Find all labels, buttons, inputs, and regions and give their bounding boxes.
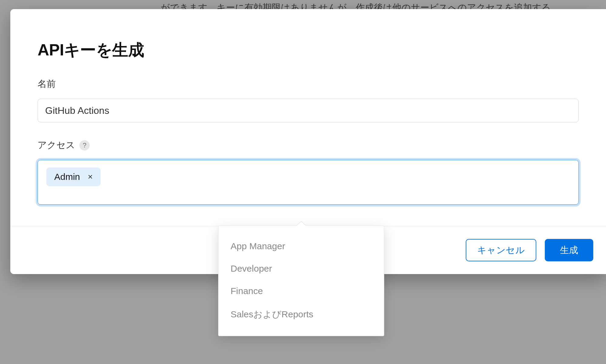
modal-title: APIキーを生成	[38, 39, 579, 61]
help-icon[interactable]: ?	[79, 140, 90, 151]
access-dropdown-list: App Manager Developer Finance SalesおよびRe…	[218, 226, 384, 336]
remove-tag-icon[interactable]: ×	[87, 173, 94, 180]
access-field-group: アクセス ? Admin ×	[38, 139, 579, 205]
access-tag-admin: Admin ×	[46, 167, 101, 186]
dropdown-item-finance[interactable]: Finance	[218, 280, 384, 302]
dropdown-item-developer[interactable]: Developer	[218, 257, 384, 280]
access-tag-label: Admin	[54, 172, 80, 182]
dropdown-item-app-manager[interactable]: App Manager	[218, 235, 384, 257]
access-field-label-row: アクセス ?	[38, 139, 579, 151]
cancel-button[interactable]: キャンセル	[466, 239, 537, 261]
dropdown-item-sales-reports[interactable]: SalesおよびReports	[218, 302, 384, 327]
modal-body: APIキーを生成 名前 アクセス ? Admin ×	[10, 9, 606, 226]
name-field-group: 名前	[38, 78, 579, 122]
name-field-label: 名前	[38, 78, 579, 90]
name-input[interactable]	[38, 99, 579, 122]
access-tag-input[interactable]: Admin ×	[38, 160, 579, 205]
access-dropdown: App Manager Developer Finance SalesおよびRe…	[218, 226, 384, 336]
access-field-label: アクセス	[38, 139, 75, 151]
generate-button[interactable]: 生成	[545, 239, 593, 261]
